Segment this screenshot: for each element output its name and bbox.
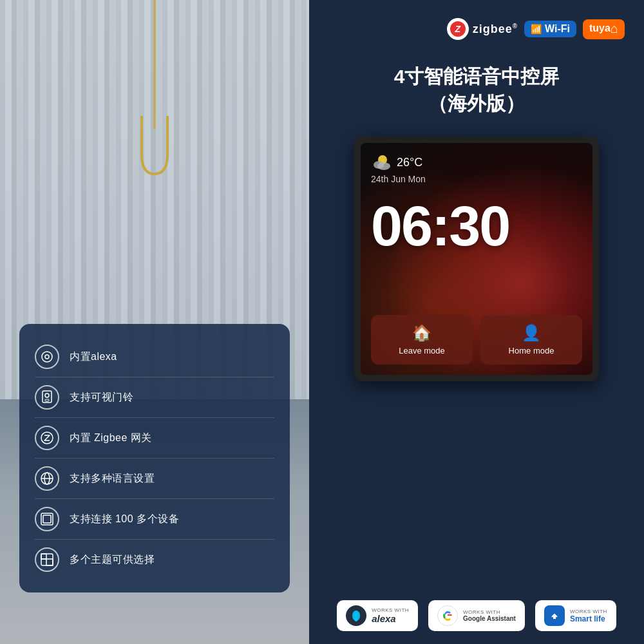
svg-rect-3 (43, 391, 52, 402)
feature-themes-text: 多个主题可供选择 (70, 553, 155, 567)
svg-rect-23 (553, 616, 556, 619)
bottom-logos: WORKS WITH alexa Works with Google Assis… (309, 600, 644, 631)
home-mode-label: Home mode (509, 346, 554, 355)
screen-modes: 🏠 Leave mode 👤 Home mode (371, 315, 582, 365)
alexa-brand: alexa (372, 613, 409, 624)
logos-row: Z zigbee® 📶 Wi-Fi tuya⌂ (434, 0, 644, 50)
google-badge: Works with Google Assistant (428, 600, 525, 631)
feature-card: 内置alexa 支持可视门铃 内置 Zigbee 网关 (19, 324, 290, 592)
leave-mode-icon: 🏠 (412, 324, 431, 342)
tuya-badge: tuya⌂ (583, 19, 625, 39)
svg-rect-20 (355, 618, 357, 621)
themes-icon (35, 547, 59, 572)
feature-alexa: 内置alexa (35, 337, 274, 377)
weather-icon (371, 153, 392, 171)
leave-mode-btn[interactable]: 🏠 Leave mode (371, 315, 473, 365)
smartlife-text-block: WORKS WITH Smart life (570, 609, 607, 623)
feature-alexa-text: 内置alexa (70, 350, 117, 364)
svg-rect-12 (41, 554, 53, 565)
feature-zigbee: 内置 Zigbee 网关 (35, 418, 274, 459)
smartlife-brand: Smart life (570, 614, 607, 623)
alexa-badge: WORKS WITH alexa (337, 600, 418, 631)
feature-doorbell-text: 支持可视门铃 (70, 391, 133, 404)
clock-time: 06:30 (371, 198, 582, 254)
screen-weather: 26°C 24th Jun Mon (371, 153, 426, 184)
weather-date: 24th Jun Mon (371, 174, 426, 184)
wifi-icon: 📶 (531, 24, 542, 34)
device-screen: 26°C 24th Jun Mon 06:30 🏠 Leave mode 👤 H… (361, 143, 592, 375)
alexa-text-block: WORKS WITH alexa (372, 607, 409, 624)
weather-temp-row: 26°C (371, 153, 426, 171)
home-mode-icon: 👤 (522, 324, 541, 342)
alexa-circle-icon (346, 605, 366, 626)
svg-rect-13 (41, 554, 46, 559)
smartlife-badge: WORKS WITH Smart life (535, 600, 616, 631)
leave-mode-label: Leave mode (399, 346, 445, 355)
zigbee-logo: Z zigbee® (447, 18, 518, 40)
feature-language: 支持多种语言设置 (35, 459, 274, 499)
feature-themes: 多个主题可供选择 (35, 540, 274, 580)
zigbee-gateway-icon (35, 426, 59, 450)
left-panel: 内置alexa 支持可视门铃 内置 Zigbee 网关 (0, 0, 309, 644)
temperature: 26°C (397, 156, 422, 169)
language-icon (35, 466, 59, 491)
google-works-with: Works with (463, 609, 516, 615)
google-icon (437, 605, 458, 626)
wifi-badge: 📶 Wi-Fi (524, 21, 576, 37)
right-panel: Z zigbee® 📶 Wi-Fi tuya⌂ 4寸智能语音中控屏 （海外版） (309, 0, 644, 644)
svg-point-2 (45, 355, 49, 359)
devices-icon (35, 507, 59, 531)
wifi-label: Wi-Fi (545, 23, 570, 35)
product-title-line1: 4寸智能语音中控屏 (394, 63, 560, 90)
zigbee-label: zigbee® (473, 23, 518, 36)
google-text-block: Works with Google Assistant (463, 609, 516, 622)
alexa-icon (35, 345, 59, 369)
feature-language-text: 支持多种语言设置 (70, 472, 155, 486)
svg-point-18 (377, 162, 390, 170)
zigbee-z-icon: Z (447, 18, 469, 40)
smartlife-works-with: WORKS WITH (570, 609, 607, 614)
svg-rect-5 (45, 399, 49, 401)
feature-zigbee-text: 内置 Zigbee 网关 (70, 431, 152, 445)
feature-doorbell: 支持可视门铃 (35, 377, 274, 418)
product-title-line2: （海外版） (394, 90, 560, 117)
pendant-light (129, 0, 180, 180)
feature-devices-text: 支持连接 100 多个设备 (70, 513, 179, 526)
doorbell-icon (35, 385, 59, 410)
google-brand: Google Assistant (463, 615, 516, 622)
alexa-works-with: WORKS WITH (372, 607, 409, 613)
feature-devices: 支持连接 100 多个设备 (35, 499, 274, 540)
svg-point-1 (42, 352, 52, 362)
smartlife-icon (544, 605, 565, 626)
screen-clock: 06:30 (371, 198, 582, 254)
svg-point-4 (45, 393, 49, 397)
device-screen-wrapper: 26°C 24th Jun Mon 06:30 🏠 Leave mode 👤 H… (354, 137, 599, 381)
home-mode-btn[interactable]: 👤 Home mode (480, 315, 582, 365)
tuya-label: tuya⌂ (589, 23, 618, 33)
svg-rect-11 (43, 515, 51, 523)
svg-rect-14 (46, 559, 53, 565)
product-title: 4寸智能语音中控屏 （海外版） (394, 63, 560, 117)
